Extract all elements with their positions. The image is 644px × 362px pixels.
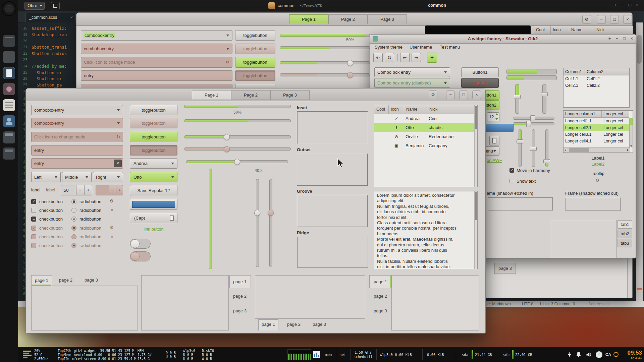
comboboxentry-field[interactable]: comboboxentry (81, 30, 232, 41)
tab-page3[interactable]: Page 3 (270, 90, 310, 100)
table-cell[interactable]: Longer cell1.1 (564, 118, 602, 124)
awf-link[interactable]: on AWF (487, 158, 502, 163)
table-cell[interactable]: Longer cell3.1 (564, 131, 602, 138)
window-list-button[interactable] (51, 2, 60, 9)
vscale-handle[interactable] (517, 139, 523, 143)
wifi-rate[interactable]: wlp3s0 0,00 KiB (380, 353, 412, 357)
textview[interactable]: Lorem ipsum dolor sit amet, consectetur … (374, 191, 478, 269)
editor-scrollbar[interactable] (636, 22, 643, 301)
menu-user-theme[interactable]: User theme (408, 44, 434, 51)
common-minimize-button[interactable]: − (619, 2, 626, 7)
column-header-nick[interactable]: Nick (427, 105, 477, 114)
column-header[interactable]: Cool (534, 26, 551, 34)
tab-page3[interactable]: Page 3 (368, 14, 407, 24)
treeview-scrollbar[interactable] (474, 105, 477, 187)
togglebutton[interactable]: togglebutton (130, 105, 177, 115)
maximize-button[interactable]: □ (610, 15, 619, 24)
andrea-combobox[interactable]: Andrea (130, 158, 177, 169)
font-button[interactable]: Sans Regular 12 (130, 185, 177, 196)
entry-field-clearable[interactable]: entry × (31, 158, 123, 169)
checkbutton-checked[interactable] (31, 199, 36, 204)
scrollbar-thumb[interactable] (475, 192, 477, 220)
last-tool-button[interactable]: ⇥ (412, 53, 421, 62)
network-tray-icon[interactable]: ✓ (596, 351, 602, 358)
dock-icon-6[interactable] (3, 115, 15, 127)
spin-down-icon[interactable] (495, 118, 498, 120)
dock-logo[interactable] (2, 1, 16, 16)
vscale-filled[interactable] (209, 169, 212, 269)
vscale-knob[interactable] (254, 210, 260, 216)
titlebar[interactable]: A widget factory - Skewaita - Gtk2 + − □… (370, 35, 636, 44)
gear-menu-button[interactable]: ⚙ (429, 90, 437, 99)
togglebutton-active[interactable]: togglebutton (235, 57, 275, 68)
column-header[interactable]: Longer column1 (564, 111, 602, 118)
nb4-tab-page3[interactable]: page 3 (369, 305, 391, 318)
table-cell[interactable]: Cell1.1 (564, 75, 585, 82)
column-header[interactable]: Longer col (602, 111, 629, 118)
radiobutton-unselected[interactable] (71, 208, 76, 213)
vscale-2[interactable] (542, 84, 546, 114)
table-cell[interactable]: Cell1.2 (585, 75, 601, 82)
dock-icon-3-active[interactable] (3, 67, 15, 79)
table-cell[interactable]: Longer cell4.1 (564, 138, 602, 144)
table-row[interactable]: ▣ Benjamin Company (374, 141, 477, 150)
scroll-left-icon[interactable] (565, 149, 566, 151)
column-header[interactable]: Name (569, 26, 594, 34)
clear-icon[interactable]: × (114, 160, 122, 167)
otto-combobox[interactable]: Otto (130, 172, 177, 182)
nb2-tab-page2[interactable]: page 2 (229, 290, 251, 303)
file-chooser-button[interactable] (489, 136, 499, 145)
speaker-tool-button[interactable] (373, 53, 383, 62)
togglebutton[interactable]: togglebutton (235, 30, 275, 41)
column-header-icon[interactable]: Icon (389, 105, 404, 114)
freq-applet[interactable]: 1,59 GHz schedutil (354, 350, 373, 359)
side-tab1[interactable]: tab1 (618, 220, 632, 229)
dock-icon-7[interactable] (3, 131, 15, 143)
dock-icon-8[interactable] (3, 147, 15, 160)
notebook-tab-page3[interactable]: page 3 (494, 263, 516, 274)
scale-knob[interactable] (234, 159, 240, 165)
scrollbar-thumb[interactable] (475, 106, 477, 129)
checkbutton-mixed[interactable] (31, 217, 36, 222)
common-close-button[interactable]: × (634, 2, 641, 7)
side-tab3[interactable]: tab3 (618, 239, 632, 247)
scrollbar-thumb[interactable] (637, 35, 642, 64)
vscale-handle[interactable] (530, 147, 537, 151)
middle-combobox[interactable]: Middle (62, 172, 92, 182)
maximize-button[interactable]: □ (621, 36, 628, 42)
column-header[interactable]: Column1 (564, 68, 585, 75)
hscale-2[interactable] (513, 122, 554, 125)
scale[interactable] (184, 135, 291, 138)
close-button[interactable]: × (472, 90, 481, 99)
column-header-name[interactable]: Name (404, 105, 427, 114)
vscale-handle[interactable] (541, 92, 548, 96)
spinbutton[interactable]: 50 (61, 185, 76, 195)
gear-menu-button[interactable]: ⚙ (582, 15, 591, 24)
table-row-selected[interactable]: ! Otto chaotic (374, 123, 477, 132)
left-combobox[interactable]: Left (31, 172, 61, 182)
close-button[interactable]: × (623, 15, 632, 24)
table-row[interactable]: ⊘ Orville Redenbacher (374, 132, 477, 141)
dock-icon-4[interactable] (3, 83, 15, 95)
nb2-tab-page1[interactable]: page 1 (229, 275, 251, 288)
comboboxentry-field-2[interactable]: comboboxentry (81, 44, 232, 54)
scrollbar-thumb[interactable] (630, 118, 633, 125)
minimize-button[interactable]: − (597, 15, 606, 24)
dock-icon-5[interactable] (3, 99, 15, 111)
minimize-button[interactable]: − (446, 90, 455, 99)
mem-applet[interactable]: mem (325, 353, 332, 357)
file-chooser-button[interactable]: (Cap) (130, 213, 177, 223)
column-header[interactable]: Nick (594, 26, 633, 34)
button2[interactable]: Button2 (461, 78, 499, 88)
nb1-tab-page1[interactable]: page 1 (31, 275, 52, 286)
obre-button[interactable]: Obre (24, 2, 45, 10)
spinbutton[interactable]: 12 (487, 112, 499, 121)
tab-page2[interactable]: Page 2 (328, 14, 368, 24)
nb1-tab-page3[interactable]: page 3 (80, 275, 102, 286)
maximize-button[interactable]: □ (459, 90, 468, 99)
scale-knob[interactable] (224, 134, 230, 140)
entry-field[interactable]: entry (31, 145, 123, 156)
notification-tray-icon[interactable] (576, 351, 582, 359)
clock[interactable]: 09:53 20 d'abr (621, 350, 642, 360)
column-header-cool[interactable]: Cool (374, 105, 389, 114)
